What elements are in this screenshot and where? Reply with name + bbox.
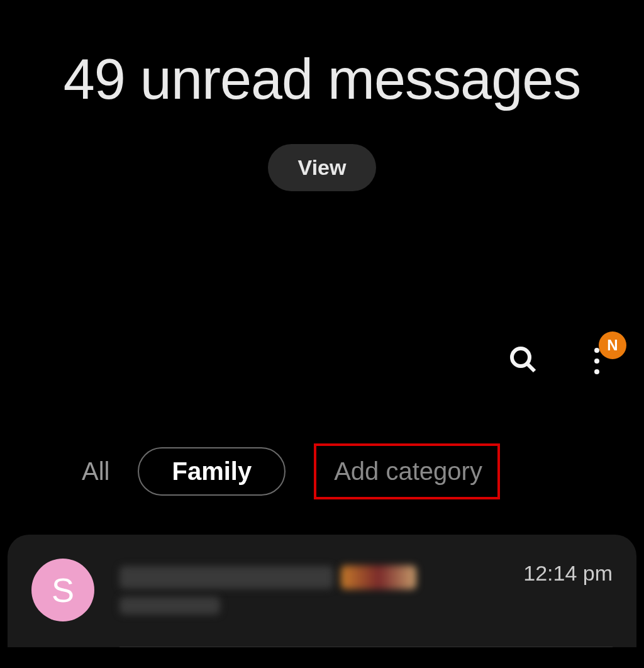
- svg-line-1: [527, 364, 535, 371]
- search-button[interactable]: [503, 340, 543, 382]
- divider: [119, 647, 613, 647]
- search-icon: [508, 366, 538, 377]
- conversation-time: 12:14 pm: [523, 561, 613, 586]
- conversation-emoji-blurred: [341, 565, 416, 589]
- add-category-button[interactable]: Add category: [334, 457, 482, 486]
- notification-badge: N: [599, 331, 626, 359]
- conversation-name-blurred: [119, 566, 333, 589]
- conversation-item[interactable]: S 12:14 pm: [31, 559, 613, 647]
- conversation-list: S 12:14 pm: [8, 535, 636, 647]
- view-button[interactable]: View: [268, 144, 377, 191]
- avatar: S: [31, 559, 94, 621]
- unread-messages-title: 49 unread messages: [0, 47, 644, 113]
- more-vertical-icon: [594, 348, 599, 374]
- add-category-highlight: Add category: [314, 443, 500, 499]
- header: 49 unread messages View: [0, 0, 644, 191]
- category-all[interactable]: All: [82, 448, 109, 494]
- category-tabs: All Family Add category: [0, 443, 644, 499]
- category-family[interactable]: Family: [138, 447, 286, 496]
- conversation-preview: [119, 565, 498, 615]
- toolbar: N: [503, 340, 613, 382]
- more-options-button[interactable]: N: [581, 345, 613, 377]
- conversation-snippet-blurred: [119, 597, 220, 615]
- svg-point-0: [512, 348, 530, 366]
